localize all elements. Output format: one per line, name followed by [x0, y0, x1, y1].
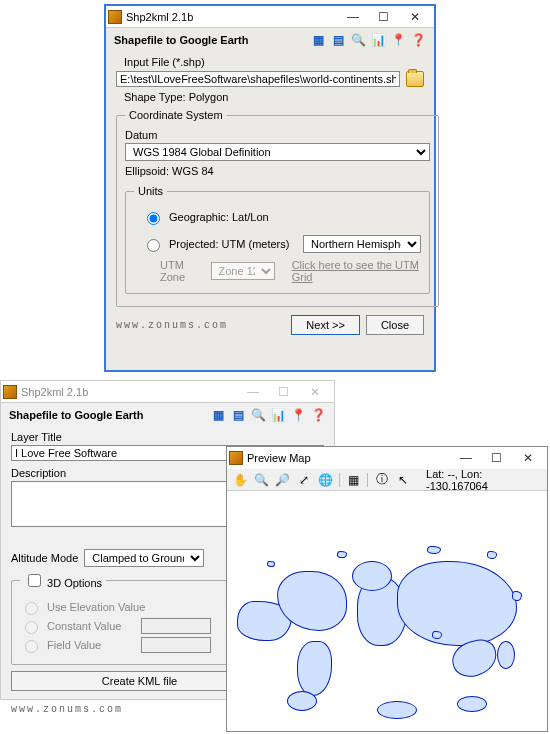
ellipsoid-label: Ellipsoid: WGS 84	[125, 165, 430, 177]
window-title: Preview Map	[247, 452, 451, 464]
window-title: Shp2kml 2.1b	[126, 11, 338, 23]
const-val-input	[141, 618, 211, 634]
coord-sys-fieldset: Coordinate System Datum WGS 1984 Global …	[116, 109, 439, 307]
layers-icon[interactable]: ▤	[230, 407, 246, 423]
footer-text: www.zonums.com	[116, 320, 228, 331]
help-icon[interactable]: ❓	[410, 32, 426, 48]
input-file-field[interactable]	[116, 71, 400, 87]
titlebar[interactable]: Shp2kml 2.1b — ☐ ✕	[1, 381, 334, 403]
zoom-fit-icon[interactable]: ⤢	[297, 472, 312, 488]
window-title: Shp2kml 2.1b	[21, 386, 238, 398]
window-controls: — ☐ ✕	[238, 382, 332, 402]
zoom-in-icon[interactable]: 🔍	[254, 472, 269, 488]
minimize-button[interactable]: —	[338, 7, 368, 27]
titlebar[interactable]: Preview Map — ☐ ✕	[227, 447, 547, 469]
geo-radio[interactable]	[147, 212, 160, 225]
zoom-icon[interactable]: 🔍	[250, 407, 266, 423]
window-controls: — ☐ ✕	[451, 448, 545, 468]
info-icon[interactable]: ⓘ	[374, 472, 389, 488]
next-button[interactable]: Next >>	[291, 315, 360, 335]
preview-map-window: Preview Map — ☐ ✕ ✋ 🔍 🔎 ⤢ 🌐 ▦ ⓘ ↖ Lat: -…	[226, 446, 548, 732]
layer-title-label: Layer Title	[11, 431, 324, 443]
altitude-mode-select[interactable]: Clamped to Ground	[84, 549, 204, 567]
coords-readout: Lat: --, Lon: -130.167064	[426, 468, 541, 492]
proj-radio[interactable]	[147, 239, 160, 252]
app-icon	[3, 385, 17, 399]
chart-icon[interactable]: 📊	[270, 407, 286, 423]
content: Input File (*.shp) Shape Type: Polygon C…	[106, 50, 434, 346]
chart-icon[interactable]: 📊	[370, 32, 386, 48]
grid-icon[interactable]: ▦	[310, 32, 326, 48]
close-button-footer[interactable]: Close	[366, 315, 424, 335]
minimize-button[interactable]: —	[451, 448, 481, 468]
pin-icon[interactable]: 📍	[290, 407, 306, 423]
grid-icon[interactable]: ▦	[210, 407, 226, 423]
subtitle-text: Shapefile to Google Earth	[114, 34, 248, 46]
window-controls: — ☐ ✕	[338, 7, 432, 27]
app-icon	[229, 451, 243, 465]
map-canvas[interactable]	[227, 491, 547, 731]
footer-text: www.zonums.com	[11, 704, 123, 715]
geo-label: Geographic: Lat/Lon	[169, 211, 269, 223]
subtitle-bar: Shapefile to Google Earth ▦ ▤ 🔍 📊 📍 ❓	[1, 403, 334, 425]
shape-type-label: Shape Type: Polygon	[124, 91, 424, 103]
close-button[interactable]: ✕	[298, 382, 332, 402]
grid-icon[interactable]: ▦	[346, 472, 361, 488]
close-button[interactable]: ✕	[511, 448, 545, 468]
td-options-legend: 3D Options	[20, 571, 106, 590]
titlebar[interactable]: Shp2kml 2.1b — ☐ ✕	[106, 6, 434, 28]
pointer-icon[interactable]: ↖	[395, 472, 410, 488]
field-val-input	[141, 637, 211, 653]
help-icon[interactable]: ❓	[310, 407, 326, 423]
use-elev-radio	[25, 602, 38, 615]
utm-zone-label: UTM Zone	[160, 259, 205, 283]
preview-toolbar: ✋ 🔍 🔎 ⤢ 🌐 ▦ ⓘ ↖ Lat: --, Lon: -130.16706…	[227, 469, 547, 491]
app-icon	[108, 10, 122, 24]
layers-icon[interactable]: ▤	[330, 32, 346, 48]
units-legend: Units	[134, 185, 167, 197]
hand-icon[interactable]: ✋	[233, 472, 248, 488]
separator	[339, 473, 340, 487]
const-val-radio	[25, 621, 38, 634]
toolbar: ▦ ▤ 🔍 📊 📍 ❓	[210, 407, 326, 423]
datum-label: Datum	[125, 129, 430, 141]
maximize-button[interactable]: ☐	[481, 448, 511, 468]
subtitle-text: Shapefile to Google Earth	[9, 409, 143, 421]
toolbar: ▦ ▤ 🔍 📊 📍 ❓	[310, 32, 426, 48]
zoom-out-icon[interactable]: 🔎	[275, 472, 290, 488]
maximize-button[interactable]: ☐	[268, 382, 298, 402]
units-fieldset: Units Geographic: Lat/Lon Projected: UTM…	[125, 185, 430, 294]
td-options-checkbox[interactable]	[28, 574, 41, 587]
hemisphere-select[interactable]: Northern Hemisphere	[303, 235, 421, 253]
field-val-label: Field Value	[47, 639, 135, 651]
utm-grid-link[interactable]: Click here to see the UTM Grid	[292, 259, 421, 283]
altitude-mode-label: Altitude Mode	[11, 552, 78, 564]
proj-label: Projected: UTM (meters)	[169, 238, 297, 250]
coord-sys-legend: Coordinate System	[125, 109, 227, 121]
const-val-label: Constant Value	[47, 620, 135, 632]
maximize-button[interactable]: ☐	[368, 7, 398, 27]
datum-select[interactable]: WGS 1984 Global Definition	[125, 143, 430, 161]
subtitle-bar: Shapefile to Google Earth ▦ ▤ 🔍 📊 📍 ❓	[106, 28, 434, 50]
globe-icon[interactable]: 🌐	[318, 472, 333, 488]
field-val-radio	[25, 640, 38, 653]
shp2kml-window-step1: Shp2kml 2.1b — ☐ ✕ Shapefile to Google E…	[104, 4, 436, 372]
utm-zone-select: Zone 12	[211, 262, 275, 280]
use-elev-label: Use Elevation Value	[47, 601, 145, 613]
zoom-icon[interactable]: 🔍	[350, 32, 366, 48]
separator	[367, 473, 368, 487]
pin-icon[interactable]: 📍	[390, 32, 406, 48]
input-file-label: Input File (*.shp)	[124, 56, 424, 68]
browse-icon[interactable]	[406, 71, 424, 87]
minimize-button[interactable]: —	[238, 382, 268, 402]
close-button[interactable]: ✕	[398, 7, 432, 27]
